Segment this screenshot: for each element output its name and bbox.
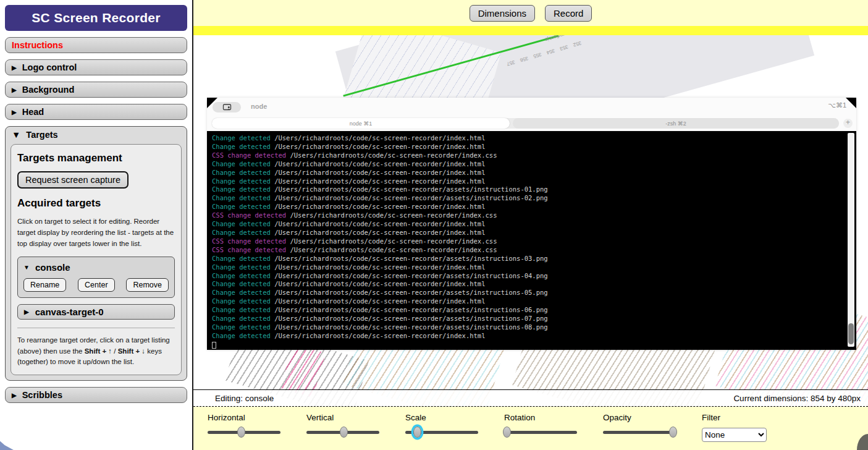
terminal-line: Change detected /Users/richardroots/code… [212, 194, 845, 203]
targets-description: Click on target to select it for editing… [17, 216, 175, 249]
sidebar-item-targets[interactable]: ▼ Targets [6, 127, 187, 143]
terminal-line: Change detected /Users/richardroots/code… [212, 229, 845, 237]
terminal-line: Change detected /Users/richardroots/code… [212, 263, 845, 272]
terminal-line: Change detected /Users/richardroots/code… [212, 143, 845, 151]
scale-slider[interactable] [405, 431, 478, 434]
terminal-line: Change detected /Users/richardroots/code… [212, 185, 845, 194]
terminal-line: Change detected /Users/richardroots/code… [212, 315, 845, 323]
chevron-right-icon: ▶ [12, 109, 17, 116]
targets-section: ▼ Targets Targets management Request scr… [5, 126, 187, 381]
terminal-line: Change detected /Users/richardroots/code… [212, 160, 845, 169]
terminal-line: Change detected /Users/richardroots/code… [212, 220, 845, 229]
target-item-console: ▼ console Rename Center Remove [17, 257, 175, 298]
target-item-canvas-target-0[interactable]: ▶ canvas-target-0 [17, 304, 175, 320]
rotation-control: Rotation [504, 413, 578, 450]
chevron-right-icon: ▶ [12, 392, 17, 399]
terminal-line: Change detected /Users/richardroots/code… [212, 203, 845, 211]
dimensions-button[interactable]: Dimensions [470, 5, 535, 22]
screen-icon [222, 104, 232, 111]
terminal-scrollbar[interactable] [848, 133, 854, 347]
terminal-line: CSS change detected /Users/richardroots/… [212, 237, 845, 246]
app-title: SC Screen Recorder [5, 5, 187, 31]
background-label: Background [22, 85, 75, 95]
selection-corner-top-left [207, 98, 217, 108]
targets-management-title: Targets management [17, 152, 175, 164]
rearrange-text-part: / [112, 347, 118, 355]
scale-label: Scale [405, 413, 479, 422]
app-window: SC Screen Recorder Instructions ▶ Logo c… [0, 0, 868, 450]
terminal-tab-zsh[interactable]: -zsh ⌘2 [513, 118, 839, 129]
editing-status: Editing: console [215, 394, 274, 403]
opacity-slider[interactable] [603, 431, 676, 434]
shortcut-shift-up: Shift + ↑ [85, 347, 112, 355]
head-label: Head [22, 107, 44, 117]
opacity-slider-thumb[interactable] [669, 427, 677, 438]
horizontal-label: Horizontal [208, 413, 282, 422]
scale-slider-thumb[interactable] [413, 427, 421, 438]
terminal-line: Change detected /Users/richardroots/code… [212, 280, 845, 289]
selection-corner-top-right [846, 98, 856, 108]
instructions-label: Instructions [12, 40, 63, 50]
vertical-slider-thumb[interactable] [340, 427, 348, 438]
status-bar: Editing: console Current dimensions: 854… [193, 389, 868, 407]
vertical-slider[interactable] [306, 431, 379, 434]
terminal-line: Change detected /Users/richardroots/code… [212, 289, 845, 297]
terminal-line: Change detected /Users/richardroots/code… [212, 297, 845, 306]
divider [17, 328, 175, 328]
request-screen-capture-button[interactable]: Request screen capture [17, 171, 129, 189]
terminal-line: Change detected /Users/richardroots/code… [212, 255, 845, 263]
terminal-line: Change detected /Users/richardroots/code… [212, 272, 845, 281]
filter-select[interactable]: None [702, 428, 767, 442]
sidebar-item-background[interactable]: ▶ Background [5, 82, 187, 98]
center-button[interactable]: Center [78, 278, 115, 292]
terminal-title-bar: node ⌥⌘1 [207, 98, 856, 117]
terminal-line: Change detected /Users/richardroots/code… [212, 177, 845, 186]
scribbles-label: Scribbles [22, 390, 62, 400]
opacity-control: Opacity [603, 413, 677, 450]
terminal-tab-bar: node ⌘1-zsh ⌘2 [212, 118, 839, 129]
yellow-strip [193, 26, 868, 35]
terminal-line: Change detected /Users/richardroots/code… [212, 306, 845, 315]
terminal-output: Change detected /Users/richardroots/code… [207, 131, 856, 350]
canvas-stage[interactable]: zoom.jsline.jsline-spiral.jslabel.jsgrou… [193, 35, 868, 407]
sidebar-item-instructions[interactable]: Instructions [5, 37, 187, 53]
new-tab-button[interactable]: + [843, 119, 853, 128]
terminal-hotkey-label: ⌥⌘1 [828, 101, 846, 109]
vertical-control: Vertical [306, 413, 381, 450]
current-dimensions: Current dimensions: 854 by 480px [733, 394, 861, 403]
terminal-scrollbar-thumb[interactable] [848, 323, 854, 344]
terminal-line: CSS change detected /Users/richardroots/… [212, 246, 845, 255]
rename-button[interactable]: Rename [23, 278, 66, 292]
sidebar: SC Screen Recorder Instructions ▶ Logo c… [0, 0, 193, 450]
shortcut-shift-down: Shift + ↓ [118, 347, 145, 355]
sidebar-item-head[interactable]: ▶ Head [5, 104, 187, 120]
horizontal-slider-thumb[interactable] [237, 427, 245, 438]
rotation-slider-thumb[interactable] [503, 427, 511, 438]
terminal-line: Change detected /Users/richardroots/code… [212, 134, 845, 143]
console-target-header[interactable]: ▼ console [23, 262, 169, 273]
record-button[interactable]: Record [545, 5, 592, 22]
filter-control: Filter None [702, 413, 770, 450]
horizontal-slider[interactable] [208, 431, 280, 434]
opacity-label: Opacity [603, 413, 677, 422]
logo-control-label: Logo control [22, 62, 77, 72]
rotation-slider[interactable] [504, 431, 577, 434]
chevron-right-icon: ▶ [12, 87, 17, 93]
console-target-window[interactable]: node ⌥⌘1 node ⌘1-zsh ⌘2 + Change detecte… [207, 98, 856, 350]
sidebar-item-scribbles[interactable]: ▶ Scribbles [5, 387, 187, 403]
rearrange-help-text: To rearrange target order, click on a ta… [17, 335, 175, 367]
top-toolbar: Dimensions Record [193, 0, 868, 26]
terminal-tab-node[interactable]: node ⌘1 [212, 118, 510, 129]
chevron-right-icon: ▶ [24, 308, 29, 315]
filter-label: Filter [702, 413, 770, 422]
chevron-down-icon: ▼ [12, 130, 20, 140]
scale-control: Scale [405, 413, 479, 450]
rotation-label: Rotation [504, 413, 578, 422]
horizontal-control: Horizontal [208, 413, 282, 450]
transform-controls: HorizontalVerticalScaleRotationOpacity F… [193, 407, 868, 450]
remove-button[interactable]: Remove [126, 278, 169, 292]
terminal-line: CSS change detected /Users/richardroots/… [212, 211, 845, 220]
terminal-window-title: node [251, 103, 267, 110]
sidebar-item-logo-control[interactable]: ▶ Logo control [5, 59, 187, 75]
canvas-target-label: canvas-target-0 [35, 307, 104, 317]
